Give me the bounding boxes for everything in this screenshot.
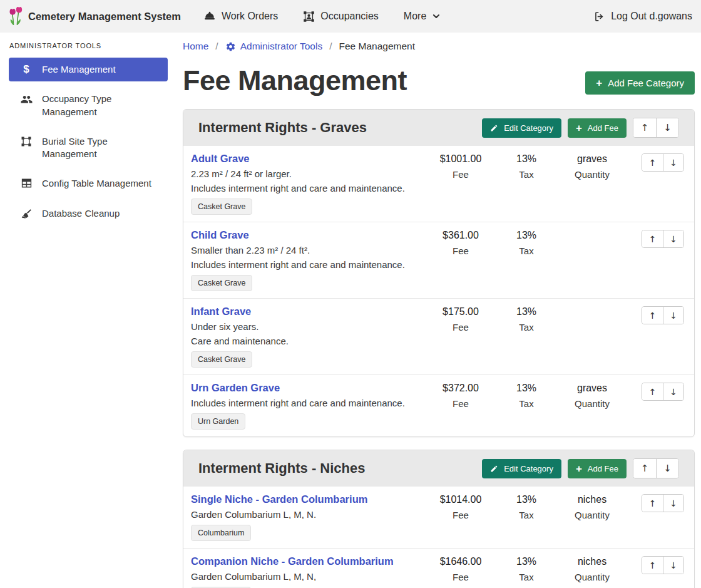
- move-category-up-button[interactable]: ↑: [633, 118, 656, 137]
- tax-cell: 13% Tax: [495, 306, 558, 333]
- fee-cell: $1014.00 Fee: [426, 493, 495, 520]
- move-category-down-button[interactable]: ↓: [656, 459, 678, 478]
- move-fee-up-button[interactable]: ↑: [642, 495, 663, 512]
- fee-row: Adult Grave 2.23 m² / 24 ft² or larger.I…: [183, 146, 694, 222]
- tax-amount: 13%: [495, 383, 558, 394]
- fee-row: Single Niche - Garden Columbarium Garden…: [183, 487, 694, 548]
- breadcrumb: Home / Administrator Tools / Fee Managem…: [183, 41, 695, 52]
- pencil-icon: [490, 465, 498, 473]
- fee-name-link[interactable]: Urn Garden Grave: [191, 382, 280, 394]
- fee-row: Urn Garden Grave Includes interment righ…: [183, 374, 694, 436]
- move-fee-down-button[interactable]: ↓: [663, 495, 683, 512]
- fee-amount: $361.00: [426, 230, 495, 241]
- fee-main: Infant Grave Under six years.Care and ma…: [191, 306, 426, 368]
- fee-cell: $1001.00 Fee: [426, 153, 495, 180]
- fee-cell: $1646.00 Fee: [426, 555, 495, 582]
- fee-name-link[interactable]: Child Grave: [191, 229, 249, 241]
- fee-desc-line: Includes interment right and care and ma…: [191, 398, 426, 408]
- quantity-cell: graves Quantity: [558, 382, 627, 409]
- move-fee-up-button[interactable]: ↑: [642, 154, 663, 171]
- nav-item-work-orders[interactable]: Work Orders: [203, 10, 278, 23]
- move-fee-down-button[interactable]: ↓: [663, 154, 683, 171]
- quantity-value: niches: [558, 556, 627, 567]
- fee-main: Single Niche - Garden Columbarium Garden…: [191, 493, 426, 541]
- breadcrumb-separator: /: [215, 41, 218, 52]
- fee-name-link[interactable]: Single Niche - Garden Columbarium: [191, 493, 367, 505]
- sidebar-item-fee-management[interactable]: $ Fee Management: [9, 58, 168, 81]
- nav-item-more[interactable]: More: [404, 11, 441, 22]
- main-content: Home / Administrator Tools / Fee Managem…: [175, 33, 701, 588]
- tax-amount: 13%: [495, 306, 558, 317]
- move-fee-up-button[interactable]: ↑: [642, 557, 663, 574]
- fee-amount: $1646.00: [426, 556, 495, 567]
- fee-label: Fee: [426, 510, 495, 520]
- sidebar-item-occupancy-type-management[interactable]: Occupancy Type Management: [9, 87, 168, 124]
- breadcrumb-admin-tools-link[interactable]: Administrator Tools: [225, 41, 323, 52]
- tax-label: Tax: [495, 510, 558, 520]
- fee-row: Child Grave Smaller than 2.23 m² / 24 ft…: [183, 222, 694, 298]
- move-fee-down-button[interactable]: ↓: [663, 383, 683, 400]
- fee-list: Adult Grave 2.23 m² / 24 ft² or larger.I…: [183, 146, 694, 436]
- category-header: Interment Rights - Graves Edit Category …: [183, 110, 694, 146]
- navbar-links: Work Orders Occupancies More: [203, 10, 441, 23]
- fee-name-link[interactable]: Adult Grave: [191, 153, 250, 165]
- pencil-icon: [490, 124, 498, 132]
- tax-cell: 13% Tax: [495, 493, 558, 520]
- fee-tag-badge: Casket Grave: [191, 351, 252, 368]
- nav-item-occupancies[interactable]: Occupancies: [303, 11, 379, 23]
- fee-cell: $175.00 Fee: [426, 306, 495, 333]
- fee-descriptions: Includes interment right and care and ma…: [191, 398, 426, 408]
- sidebar-item-database-cleanup[interactable]: Database Cleanup: [9, 202, 168, 225]
- tax-label: Tax: [495, 398, 558, 409]
- occupancy-frame-icon: [303, 11, 315, 23]
- categories: Interment Rights - Graves Edit Category …: [183, 109, 695, 588]
- add-fee-button[interactable]: + Add Fee: [568, 459, 627, 478]
- tulip-logo-icon: [9, 7, 23, 26]
- breadcrumb-home-link[interactable]: Home: [183, 41, 208, 52]
- app-brand[interactable]: Cemetery Management System: [9, 7, 181, 26]
- tax-cell: 13% Tax: [495, 153, 558, 180]
- top-navbar: Cemetery Management System Work Orders: [0, 0, 701, 33]
- add-fee-button[interactable]: + Add Fee: [568, 118, 627, 138]
- quantity-value: graves: [558, 153, 627, 165]
- move-category-up-button[interactable]: ↑: [633, 459, 656, 478]
- fee-desc-line: Under six years.: [191, 321, 426, 332]
- move-category-down-button[interactable]: ↓: [656, 118, 678, 137]
- fee-desc-line: 2.23 m² / 24 ft² or larger.: [191, 168, 426, 179]
- move-fee-down-button[interactable]: ↓: [663, 230, 683, 247]
- fee-desc-line: Garden Columbarium L, M, N,: [191, 571, 426, 582]
- sidebar-item-burial-site-type-management[interactable]: Burial Site Type Management: [9, 130, 168, 167]
- move-fee-down-button[interactable]: ↓: [663, 307, 683, 324]
- category-title: Interment Rights - Niches: [198, 460, 365, 477]
- fee-name-link[interactable]: Companion Niche - Garden Columbarium: [191, 555, 394, 567]
- move-fee-down-button[interactable]: ↓: [663, 557, 683, 574]
- broom-icon: [19, 208, 33, 220]
- quantity-cell: niches Quantity: [558, 555, 627, 582]
- logout-button[interactable]: Log Out d.gowans: [593, 11, 692, 23]
- sign-out-icon: [593, 11, 605, 23]
- fee-row: Companion Niche - Garden Columbarium Gar…: [183, 548, 694, 588]
- page-title: Fee Management: [183, 66, 407, 95]
- tax-amount: 13%: [495, 230, 558, 241]
- fee-main: Urn Garden Grave Includes interment righ…: [191, 382, 426, 430]
- people-icon: [19, 93, 33, 105]
- tax-cell: 13% Tax: [495, 382, 558, 409]
- tax-label: Tax: [495, 322, 558, 333]
- move-fee-up-button[interactable]: ↑: [642, 307, 663, 324]
- edit-category-button[interactable]: Edit Category: [482, 459, 561, 478]
- fee-reorder-group: ↑ ↓: [627, 382, 684, 401]
- fee-desc-line: Includes interment right and care and ma…: [191, 183, 426, 193]
- sidebar-item-config-table-management[interactable]: Config Table Management: [9, 172, 168, 195]
- fee-name-link[interactable]: Infant Grave: [191, 306, 251, 317]
- breadcrumb-current: Fee Management: [339, 41, 416, 52]
- gear-icon: [225, 41, 236, 52]
- fee-descriptions: Garden Columbarium L, M, N,: [191, 571, 426, 582]
- fee-label: Fee: [426, 169, 495, 180]
- move-fee-up-button[interactable]: ↑: [642, 230, 663, 247]
- fee-main: Child Grave Smaller than 2.23 m² / 24 ft…: [191, 229, 426, 291]
- edit-category-button[interactable]: Edit Category: [482, 118, 561, 138]
- plus-icon: +: [596, 78, 602, 88]
- move-fee-up-button[interactable]: ↑: [642, 383, 663, 400]
- quantity-cell: niches Quantity: [558, 493, 627, 520]
- add-fee-category-button[interactable]: + Add Fee Category: [585, 71, 695, 95]
